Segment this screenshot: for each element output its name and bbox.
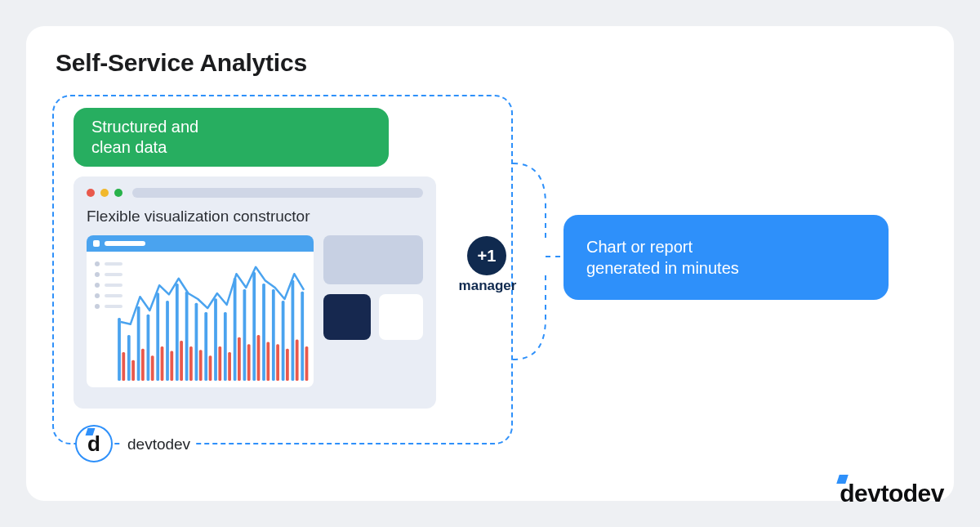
toolbar-icon bbox=[93, 240, 100, 247]
svg-rect-35 bbox=[286, 349, 289, 381]
svg-rect-33 bbox=[276, 344, 279, 381]
address-bar-placeholder bbox=[132, 188, 423, 198]
svg-rect-25 bbox=[238, 337, 241, 381]
structured-data-card: Structured and clean data bbox=[74, 108, 389, 167]
svg-rect-22 bbox=[224, 312, 227, 381]
svg-rect-29 bbox=[257, 335, 261, 381]
brand-logo: devtodev bbox=[840, 480, 944, 507]
svg-rect-21 bbox=[218, 346, 221, 381]
svg-rect-36 bbox=[292, 280, 295, 381]
window-dots bbox=[87, 189, 122, 197]
svg-rect-14 bbox=[185, 292, 189, 381]
svg-rect-1 bbox=[122, 352, 125, 381]
side-card-c bbox=[379, 294, 423, 340]
browser-topbar bbox=[87, 188, 423, 198]
svg-rect-10 bbox=[166, 301, 169, 381]
svg-rect-17 bbox=[199, 350, 203, 381]
svg-rect-8 bbox=[156, 293, 159, 381]
result-card: Chart or report generated in minutes bbox=[564, 215, 889, 300]
svg-rect-5 bbox=[141, 349, 145, 381]
svg-rect-6 bbox=[147, 315, 150, 381]
devtodev-badge-icon: d bbox=[75, 425, 113, 462]
plus-one-label: manager bbox=[452, 278, 523, 294]
browser-subtitle: Flexible visualization constructor bbox=[87, 208, 423, 226]
window-close-icon bbox=[87, 189, 95, 197]
svg-rect-7 bbox=[151, 355, 154, 381]
side-cards bbox=[323, 235, 423, 387]
svg-rect-4 bbox=[137, 306, 140, 381]
svg-rect-2 bbox=[127, 335, 131, 381]
chart-toolbar bbox=[87, 235, 314, 252]
svg-rect-31 bbox=[266, 342, 270, 381]
canvas: Self-Service Analytics Structured and cl… bbox=[0, 0, 980, 527]
svg-rect-27 bbox=[247, 344, 251, 381]
svg-rect-11 bbox=[170, 351, 173, 381]
svg-rect-13 bbox=[180, 341, 183, 381]
chart-card bbox=[87, 235, 314, 387]
page-title: Self-Service Analytics bbox=[56, 49, 924, 77]
svg-rect-30 bbox=[262, 284, 265, 381]
svg-rect-19 bbox=[209, 355, 212, 381]
svg-rect-0 bbox=[118, 318, 121, 381]
brand-accent-icon: d bbox=[840, 480, 854, 507]
svg-rect-34 bbox=[282, 301, 285, 381]
svg-rect-26 bbox=[243, 289, 247, 381]
chart-svg bbox=[116, 258, 309, 381]
svg-rect-3 bbox=[131, 360, 135, 381]
toolbar-line bbox=[105, 241, 145, 246]
structured-data-label: Structured and clean data bbox=[91, 117, 198, 158]
svg-rect-37 bbox=[296, 340, 299, 381]
svg-rect-12 bbox=[176, 284, 179, 381]
side-card-b bbox=[323, 294, 371, 340]
side-card-a bbox=[323, 235, 423, 284]
result-label: Chart or report generated in minutes bbox=[586, 236, 739, 279]
svg-rect-16 bbox=[195, 303, 198, 381]
window-minimize-icon bbox=[100, 189, 109, 197]
svg-rect-23 bbox=[228, 352, 231, 381]
svg-rect-24 bbox=[234, 278, 237, 381]
svg-rect-38 bbox=[301, 292, 304, 381]
devtodev-badge-label: devtodev bbox=[122, 435, 195, 453]
svg-rect-20 bbox=[214, 298, 217, 381]
svg-rect-9 bbox=[161, 346, 164, 381]
browser-mock: Flexible visualization constructor bbox=[74, 176, 436, 409]
plus-one-badge: +1 bbox=[467, 236, 506, 275]
plus-one-value: +1 bbox=[478, 247, 497, 266]
svg-rect-32 bbox=[272, 289, 275, 381]
browser-body bbox=[87, 235, 423, 387]
side-row bbox=[323, 294, 423, 340]
window-zoom-icon bbox=[114, 189, 122, 197]
svg-rect-15 bbox=[189, 346, 193, 381]
svg-rect-18 bbox=[204, 312, 207, 381]
brand-text: evtodev bbox=[854, 480, 944, 507]
devtodev-d-icon: d bbox=[87, 431, 100, 457]
svg-rect-39 bbox=[305, 346, 309, 381]
svg-rect-28 bbox=[252, 272, 256, 381]
